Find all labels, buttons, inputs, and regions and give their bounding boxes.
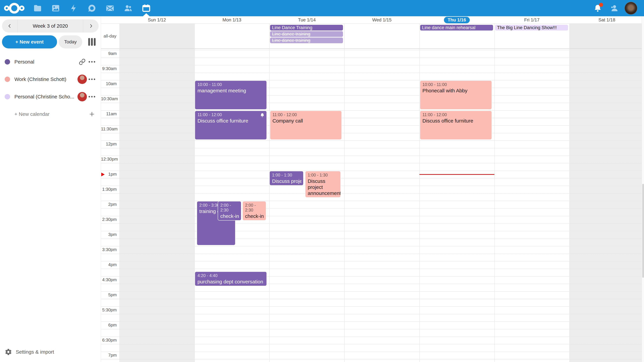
minor-slot-line (101, 118, 644, 118)
previous-week-button[interactable] (2, 19, 18, 32)
photos-app-icon[interactable] (46, 0, 65, 16)
weekend-shading (569, 24, 644, 48)
time-label: 11am (101, 111, 117, 116)
minor-slot-line (101, 329, 644, 329)
event[interactable]: 11:00 - 12:00Company call (270, 111, 342, 140)
minor-slot-line (101, 178, 644, 178)
day-header[interactable]: Sun 1/12 (120, 16, 194, 24)
event-title: Discuss project announcement (308, 178, 339, 196)
weekend-shading (120, 24, 194, 48)
event[interactable]: 2:00 - 2:30check-in (242, 201, 266, 221)
new-event-button[interactable]: + New event (2, 35, 57, 48)
new-calendar-button[interactable]: + New calendar (0, 105, 100, 123)
notifications-bell-icon[interactable] (592, 2, 604, 14)
event[interactable]: 11:00 - 12:00Discuss office furniture (420, 111, 492, 140)
gear-icon (5, 348, 12, 356)
calendar-actions-menu-icon[interactable] (87, 61, 96, 63)
shared-by-avatar[interactable] (77, 92, 87, 101)
calendar-app-icon[interactable] (137, 0, 155, 16)
minor-slot-line (101, 88, 644, 88)
calendar-list-item[interactable]: Personal (0, 53, 100, 70)
contacts-app-icon[interactable] (119, 0, 137, 16)
share-link-icon[interactable] (77, 58, 87, 65)
all-day-event[interactable]: Line dance training (270, 31, 343, 37)
calendar-name: Personal (14, 59, 77, 65)
calendar-list-item[interactable]: Personal (Christine Scho... (0, 88, 100, 105)
event[interactable]: 1:00 - 1:30Discuss project announcement (305, 171, 341, 198)
files-app-icon[interactable] (28, 0, 46, 16)
all-day-event[interactable]: The Big Line Dancing Show!!! (495, 25, 568, 30)
minor-slot-line (101, 72, 644, 73)
slot-line (101, 276, 644, 277)
week-navigation: Week 3 of 2020 (2, 19, 98, 32)
event[interactable]: 10:00 - 11:00management meeting (195, 80, 267, 110)
view-toggle-icon[interactable] (88, 37, 96, 46)
scrollbar-thumb[interactable] (642, 184, 644, 278)
next-week-button[interactable] (83, 19, 98, 32)
minor-slot-line (101, 208, 644, 209)
time-label: 3:30pm (101, 247, 117, 252)
day-header[interactable]: Sat 1/18 (569, 16, 644, 24)
slot-line (101, 201, 644, 201)
vertical-scrollbar[interactable] (642, 16, 644, 362)
event-time: 1:00 - 1:30 (308, 173, 339, 177)
event[interactable]: 2:00 - 2:30check-in (218, 201, 242, 221)
event-title: check-in (245, 213, 264, 219)
mail-app-icon[interactable] (101, 0, 119, 16)
settings-import-button[interactable]: Settings & import (0, 346, 100, 358)
event-time: 2:00 - 2:30 (245, 203, 264, 213)
day-header[interactable]: Thu 1/16 (420, 16, 494, 24)
today-header-pill[interactable]: Thu 1/16 (444, 17, 470, 23)
time-label: 9:30am (101, 66, 117, 71)
shared-by-avatar[interactable] (77, 75, 87, 84)
day-header[interactable]: Mon 1/13 (194, 16, 269, 24)
slot-line (101, 110, 644, 111)
slot-line (101, 95, 644, 95)
calendar-name: Personal (Christine Scho... (14, 94, 77, 99)
contacts-menu-icon[interactable] (608, 2, 620, 14)
minor-slot-line (101, 344, 644, 345)
user-avatar[interactable] (624, 2, 637, 14)
all-day-event[interactable]: Line Dance Training (270, 25, 343, 30)
all-day-row: all-day Line Dance TrainingLine dance tr… (101, 24, 644, 49)
weekend-shading (120, 49, 194, 362)
calendar-name: Work (Christine Schott) (14, 76, 77, 82)
slot-line (101, 171, 644, 171)
slot-line (101, 216, 644, 216)
slot-line (101, 65, 644, 65)
new-calendar-label: + New calendar (14, 111, 87, 117)
slot-line (101, 337, 644, 337)
slot-line (101, 306, 644, 307)
week-label[interactable]: Week 3 of 2020 (18, 19, 83, 32)
calendar-actions-menu-icon[interactable] (87, 78, 96, 80)
calendar-actions-menu-icon[interactable] (87, 95, 96, 98)
all-day-event[interactable]: Line dance training (270, 37, 343, 43)
event-title: Discuss office furniture (198, 118, 265, 124)
event[interactable]: 1:00 - 1:30Discuss project announcement (269, 171, 304, 186)
day-header[interactable]: Wed 1/15 (344, 16, 419, 24)
event[interactable]: 4:20 - 4:40purchasing dept conversation (195, 272, 267, 286)
time-label: 9am (101, 51, 117, 56)
event-title: purchasing dept conversation (198, 279, 265, 285)
slot-line (101, 261, 644, 261)
activity-app-icon[interactable] (65, 0, 83, 16)
day-header[interactable]: Tue 1/14 (269, 16, 344, 24)
slot-line (101, 231, 644, 231)
event[interactable]: 10:00 - 11:00Phonecall with Abby (420, 80, 492, 110)
minor-slot-line (101, 269, 644, 269)
all-day-event[interactable]: Line dance main rehearsal (420, 25, 493, 30)
today-button[interactable]: Today (59, 35, 82, 48)
minor-slot-line (101, 254, 644, 254)
calendar-list-item[interactable]: Work (Christine Schott) (0, 70, 100, 88)
top-bar-right (592, 2, 644, 14)
event-time: 11:00 - 12:00 (422, 112, 490, 117)
nextcloud-logo[interactable] (0, 2, 28, 14)
time-label: 12:30pm (101, 157, 117, 162)
slot-line (101, 186, 644, 186)
event[interactable]: 11:00 - 12:00Discuss office furniture (195, 111, 267, 140)
slot-line (101, 50, 644, 50)
day-header[interactable]: Fri 1/17 (494, 16, 569, 24)
weekend-shading (569, 49, 644, 362)
calendar-list: PersonalWork (Christine Schott)Personal … (0, 53, 100, 123)
talk-app-icon[interactable] (83, 0, 101, 16)
